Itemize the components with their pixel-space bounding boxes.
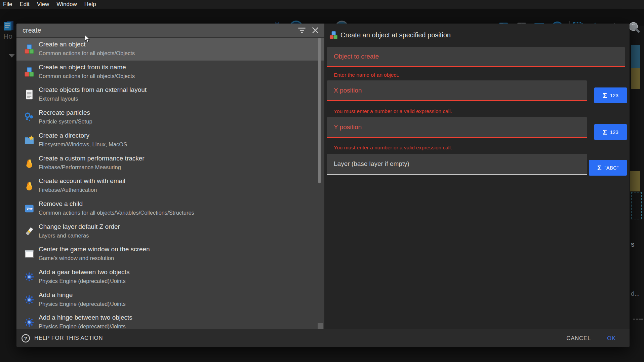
action-title: Recreate particles	[39, 109, 90, 116]
search-icon[interactable]	[628, 21, 640, 33]
action-list-item[interactable]: Create an object from its nameCommon act…	[16, 61, 324, 83]
action-list-item[interactable]: Center the game window on the screenGame…	[16, 243, 324, 265]
cubes-icon	[21, 66, 38, 78]
action-subtitle: Firebase/Authentication	[39, 187, 97, 193]
action-title: Create an object at specified position	[340, 31, 451, 39]
y-expression-button-label: 123	[610, 129, 618, 135]
action-list-item[interactable]: Create objects from an external layoutEx…	[16, 83, 324, 106]
background-object-fragment	[631, 68, 640, 89]
action-subtitle: Common actions for all objects/Objects	[39, 50, 135, 57]
menu-item-help[interactable]: Help	[84, 1, 96, 8]
physics-icon	[21, 294, 38, 306]
action-list-item[interactable]: Create account with with emailFirebase/A…	[16, 174, 324, 197]
firebase-icon	[21, 180, 38, 192]
action-title: Create account with with email	[39, 177, 125, 185]
object-to-create-placeholder: Object to create	[334, 53, 379, 60]
sigma-icon: Σ	[597, 164, 602, 172]
y-position-field[interactable]: Y position	[327, 117, 587, 138]
toolbar: PREVIEW PUBLISH	[0, 9, 644, 26]
action-subtitle: Particle system/Setup	[39, 118, 92, 125]
background-text-fragment: s	[631, 240, 635, 248]
action-list-item[interactable]: Add a hingePhysics Engine (deprecated)/J…	[16, 288, 324, 311]
y-helper-text: You must enter a number or a valid expre…	[334, 145, 452, 151]
background-dashes-fragment	[633, 319, 643, 320]
background-object-fragment	[631, 45, 640, 68]
x-expression-button-label: 123	[610, 93, 618, 98]
action-list-item[interactable]: Create a directoryFilesystem/Windows, Li…	[16, 129, 324, 152]
svg-text:?: ?	[24, 335, 27, 341]
app-window: FileEditViewWindowHelp PREVIEW PUBLISH H…	[0, 0, 644, 362]
action-title: Create a custom performance tracker	[39, 155, 145, 162]
help-icon: ?	[21, 334, 30, 343]
dialog-footer: ? HELP FOR THIS ACTION CANCEL OK	[16, 329, 630, 347]
action-list-item[interactable]: Add a hinge between two objectsPhysics E…	[16, 311, 324, 329]
action-list-item[interactable]: VarRemove a childCommon actions for all …	[16, 197, 324, 220]
help-button-label: HELP FOR THIS ACTION	[34, 335, 103, 341]
search-bar[interactable]: create	[16, 24, 324, 38]
ok-button[interactable]: OK	[607, 335, 616, 341]
cubes-icon	[329, 31, 338, 40]
cancel-button[interactable]: CANCEL	[566, 335, 591, 341]
action-title: Change layer default Z order	[39, 223, 120, 230]
action-list-item[interactable]: Create an objectCommon actions for all o…	[16, 38, 324, 61]
search-input[interactable]: create	[23, 27, 297, 34]
action-title: Center the game window on the screen	[39, 246, 150, 253]
action-search-panel: create Create an objectCommon actions fo…	[16, 24, 324, 329]
action-title: Add a hinge between two objects	[39, 314, 132, 321]
action-list-item[interactable]: Add a gear between two objectsPhysics En…	[16, 265, 324, 288]
action-title: Remove a child	[39, 200, 83, 208]
menu-item-window[interactable]: Window	[56, 1, 77, 8]
action-list-item[interactable]: Create a custom performance trackerFireb…	[16, 152, 324, 175]
scrollbar-corner	[318, 323, 323, 329]
object-helper-text: Enter the name of an object.	[334, 72, 399, 78]
sigma-icon: Σ	[603, 92, 607, 100]
particles-icon	[21, 111, 38, 123]
action-title: Create an object from its name	[39, 64, 126, 71]
layer-placeholder: Layer (base layer if empty)	[334, 160, 409, 168]
physics-icon	[21, 316, 38, 328]
layer-expression-button[interactable]: Σ "ABC"	[589, 160, 627, 176]
x-expression-button[interactable]: Σ 123	[594, 87, 627, 103]
action-list-item[interactable]: Change layer default Z orderLayers and c…	[16, 220, 324, 243]
background-text-fragment: d...	[631, 290, 640, 297]
home-tab-fragment: Ho	[3, 32, 12, 40]
cubes-icon	[21, 43, 38, 55]
y-expression-button[interactable]: Σ 123	[594, 124, 627, 140]
action-detail-panel: Create an object at specified position O…	[324, 24, 630, 329]
action-title: Create a directory	[39, 132, 89, 139]
var-icon: Var	[21, 203, 38, 215]
x-position-field[interactable]: X position	[327, 80, 587, 101]
background-object-fragment	[630, 171, 640, 191]
action-title: Add a hinge	[39, 291, 73, 299]
svg-text:Var: Var	[26, 207, 33, 211]
layer-expression-button-label: "ABC"	[605, 165, 619, 171]
folder-star-icon	[21, 134, 38, 146]
project-manager-icon[interactable]	[2, 20, 14, 32]
action-title: Create an object	[39, 41, 85, 48]
action-subtitle: Game's window and resolution	[39, 255, 114, 261]
background-selection-outline	[631, 192, 642, 219]
menu-item-edit[interactable]: Edit	[19, 1, 29, 8]
close-icon[interactable]	[311, 26, 320, 35]
firebase-icon	[21, 157, 38, 169]
action-subtitle: External layouts	[39, 96, 78, 102]
y-position-placeholder: Y position	[334, 123, 362, 131]
action-list-item[interactable]: Recreate particlesParticle system/Setup	[16, 106, 324, 129]
instruction-editor-dialog: create Create an objectCommon actions fo…	[16, 24, 630, 347]
eraser-icon	[21, 225, 38, 238]
filter-icon[interactable]	[297, 26, 306, 35]
layer-field[interactable]: Layer (base layer if empty)	[327, 154, 587, 175]
menu-item-file[interactable]: File	[3, 1, 12, 8]
window-icon	[21, 248, 38, 260]
action-subtitle: Common actions for all objects/Variables…	[39, 210, 194, 216]
x-position-placeholder: X position	[334, 87, 362, 94]
action-subtitle: Physics Engine (deprecated)/Joints	[39, 278, 126, 284]
action-title: Create objects from an external layout	[39, 86, 147, 94]
x-helper-text: You must enter a number or a valid expre…	[334, 108, 452, 114]
action-subtitle: Filesystem/Windows, Linux, MacOS	[39, 141, 127, 148]
help-button[interactable]: ? HELP FOR THIS ACTION	[21, 334, 103, 343]
list-scrollbar[interactable]	[318, 38, 321, 183]
object-to-create-field[interactable]: Object to create	[327, 47, 625, 67]
action-list: Create an objectCommon actions for all o…	[16, 38, 324, 329]
menu-item-view[interactable]: View	[37, 1, 49, 8]
